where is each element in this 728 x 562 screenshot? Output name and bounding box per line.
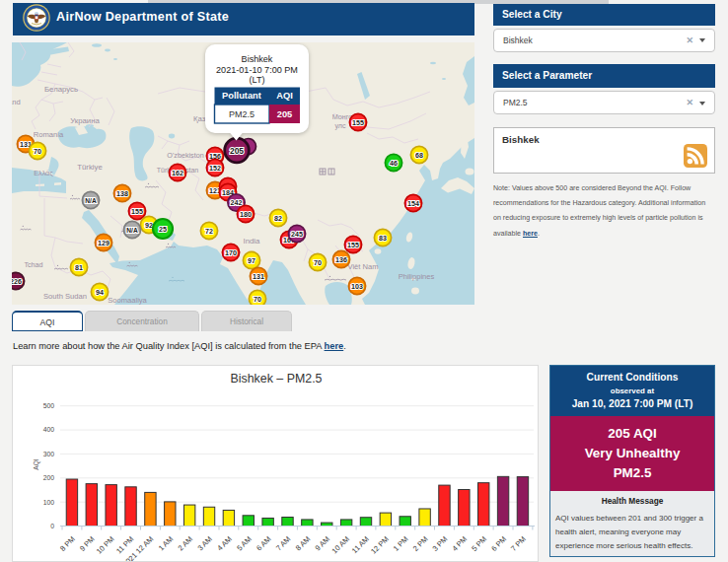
svg-text:5 PM: 5 PM [470, 534, 488, 553]
svg-text:1 PM: 1 PM [392, 534, 410, 553]
svg-text:6 AM: 6 AM [255, 534, 272, 552]
svg-text:70: 70 [34, 148, 41, 156]
svg-text:138: 138 [116, 190, 128, 198]
svg-text:9 AM: 9 AM [314, 534, 331, 552]
svg-text:Romania: Romania [34, 130, 64, 139]
svg-text:205: 205 [230, 146, 244, 156]
svg-text:242: 242 [231, 199, 243, 207]
svg-text:Bishkek: Bishkek [242, 54, 273, 64]
svg-text:11 AM: 11 AM [350, 534, 371, 555]
svg-text:136: 136 [335, 256, 347, 264]
svg-text:5 AM: 5 AM [235, 534, 253, 552]
svg-text:Viêt Nam: Viêt Nam [347, 262, 378, 271]
svg-text:Tchad: Tchad [24, 260, 42, 269]
svg-text:226: 226 [12, 278, 22, 286]
svg-text:500: 500 [43, 402, 55, 409]
svg-text:25: 25 [159, 226, 167, 234]
svg-text:92: 92 [145, 222, 153, 230]
svg-text:72: 72 [205, 228, 213, 236]
svg-text:2021-01-10 7:00 PM: 2021-01-10 7:00 PM [216, 65, 298, 75]
svg-text:155: 155 [131, 208, 143, 216]
svg-text:12 PM: 12 PM [369, 534, 391, 556]
svg-text:N/A: N/A [85, 197, 97, 204]
svg-text:Türkiye: Türkiye [77, 163, 103, 172]
svg-text:81: 81 [75, 264, 83, 272]
svg-text:100: 100 [43, 499, 55, 506]
svg-text:Soomaaliya: Soomaaliya [108, 296, 147, 305]
svg-text:103: 103 [351, 283, 363, 291]
svg-text:0: 0 [50, 523, 54, 529]
svg-text:400: 400 [43, 426, 55, 433]
svg-text:3 AM: 3 AM [195, 534, 213, 552]
svg-text:68: 68 [415, 152, 423, 160]
svg-text:10 AM: 10 AM [330, 534, 351, 555]
svg-text:205: 205 [277, 109, 293, 119]
svg-text:South Sudan: South Sudan [43, 292, 87, 301]
svg-text:Pollutant: Pollutant [222, 91, 261, 101]
svg-text:300: 300 [43, 451, 55, 457]
svg-text:8 PM: 8 PM [58, 534, 77, 553]
svg-text:AQI: AQI [276, 91, 293, 101]
svg-text:46: 46 [390, 160, 398, 168]
svg-text:(LT): (LT) [250, 75, 265, 85]
svg-text:4 PM: 4 PM [450, 534, 469, 553]
svg-text:3 PM: 3 PM [431, 534, 450, 553]
svg-text:O'zbekiston: O'zbekiston [167, 151, 203, 160]
svg-text:2 AM: 2 AM [177, 534, 194, 552]
svg-text:131: 131 [253, 273, 264, 281]
svg-text:245: 245 [291, 231, 303, 239]
svg-text:9 PM: 9 PM [78, 534, 97, 553]
svg-text:2 PM: 2 PM [411, 534, 430, 553]
svg-text:Ελλάς: Ελλάς [34, 169, 53, 177]
svg-text:N/A: N/A [126, 227, 138, 234]
svg-text:154: 154 [407, 200, 419, 208]
svg-text:94: 94 [96, 289, 104, 297]
svg-text:83: 83 [379, 235, 387, 243]
svg-text:улс: улс [334, 121, 346, 130]
svg-text:200: 200 [43, 474, 55, 481]
svg-text:4 AM: 4 AM [215, 534, 233, 552]
svg-text:82: 82 [274, 215, 282, 223]
svg-text:Украина: Украина [70, 116, 100, 125]
svg-text:70: 70 [254, 296, 261, 304]
svg-text:India: India [244, 237, 261, 246]
svg-text:Poland: Poland [12, 98, 21, 106]
svg-text:AQI: AQI [33, 458, 40, 470]
svg-text:PM2.5: PM2.5 [229, 109, 255, 119]
svg-text:6 PM: 6 PM [489, 534, 508, 553]
svg-text:162: 162 [172, 170, 183, 177]
svg-text:7 PM: 7 PM [509, 534, 528, 553]
svg-text:8 AM: 8 AM [294, 534, 312, 552]
svg-text:1 AM: 1 AM [157, 534, 175, 552]
svg-text:7 AM: 7 AM [274, 534, 292, 552]
svg-text:Беларусь: Беларусь [44, 85, 78, 94]
svg-text:155: 155 [352, 119, 364, 127]
svg-text:170: 170 [225, 249, 237, 257]
svg-text:129: 129 [98, 240, 109, 247]
svg-text:180: 180 [240, 211, 252, 219]
svg-text:10 PM: 10 PM [95, 534, 116, 556]
svg-text:152: 152 [209, 165, 221, 173]
svg-text:Philippines: Philippines [399, 272, 435, 281]
svg-text:155: 155 [347, 242, 359, 249]
svg-text:Bishkek – PM2.5: Bishkek – PM2.5 [231, 372, 323, 386]
svg-text:97: 97 [248, 257, 255, 265]
svg-text:70: 70 [314, 259, 322, 267]
